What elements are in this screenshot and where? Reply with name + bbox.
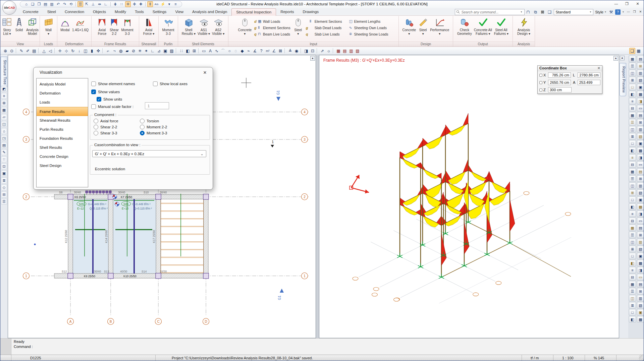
pen-icon[interactable]: ✐ xyxy=(25,48,31,54)
report-hatch-icon[interactable]: ▧ xyxy=(637,246,644,252)
combination-1-4g-1-6q-button[interactable]: 1.4G+1.6Q xyxy=(71,17,89,32)
report-cols-icon[interactable]: ▥ xyxy=(637,70,644,76)
tab-tools[interactable]: Tools xyxy=(130,8,148,16)
redo-icon[interactable]: ↷ xyxy=(62,1,67,7)
close-button[interactable]: ✕ xyxy=(633,1,642,7)
report-grid-icon[interactable]: ▦ xyxy=(629,168,636,175)
as2-visible-button[interactable]: AS2Visible ▾ xyxy=(211,17,225,36)
qat-dropdown-icon[interactable]: ▾ xyxy=(166,1,172,7)
report-hatch-icon[interactable]: ▧ xyxy=(637,133,644,139)
layer-send-icon[interactable]: ⧉ xyxy=(533,9,539,15)
report-bar-icon[interactable]: ▭ xyxy=(637,218,644,224)
layers-toggle-icon[interactable]: ☰ xyxy=(77,1,83,7)
layer-minus-icon[interactable]: ⊟ xyxy=(1,191,7,197)
rotate-icon[interactable]: ↻ xyxy=(70,48,76,54)
pane-splitter[interactable] xyxy=(316,55,319,338)
region-toggle-icon[interactable]: ⊠ xyxy=(540,9,546,15)
tab-concrete[interactable]: Concrete xyxy=(18,8,43,16)
area-m2-icon[interactable]: m² xyxy=(265,48,271,54)
cube-icon[interactable]: ❑ xyxy=(547,9,553,15)
slab-icon[interactable]: ▦ xyxy=(1,107,7,113)
column-icon[interactable]: ◫ xyxy=(1,121,7,127)
scale-indicator[interactable]: 1 : 100 xyxy=(553,355,585,361)
command-search[interactable]: ▾ xyxy=(455,9,525,15)
report-right-icon[interactable]: ◨ xyxy=(637,98,644,104)
menu-icon[interactable]: ☰ xyxy=(1,198,7,204)
check-geometry-button[interactable]: CheckGeometry xyxy=(457,17,473,36)
analysis-design-button[interactable]: AnalysisDesign ▾ xyxy=(517,17,531,36)
window-grid-icon[interactable]: ⊞ xyxy=(191,48,197,54)
text-icon[interactable]: A xyxy=(207,48,213,54)
grid-snap-icon[interactable]: ⋕ xyxy=(112,1,118,7)
report-lines-icon[interactable]: ≣ xyxy=(629,77,636,83)
as1-visible-button[interactable]: AS1Visible ▾ xyxy=(197,17,211,36)
tab-steel[interactable]: Steel xyxy=(43,8,60,16)
radio-moment-2-2[interactable]: Moment 2-2 xyxy=(140,125,167,129)
search-dropdown-icon[interactable]: ▾ xyxy=(520,9,523,15)
element-sections-item[interactable]: gⅡElement Sections xyxy=(254,25,290,30)
circle-icon[interactable]: ○ xyxy=(226,48,232,54)
category-frame-results[interactable]: Frame Results xyxy=(37,107,88,116)
report-dense-icon[interactable]: ▩ xyxy=(637,91,644,97)
tab-modify[interactable]: Modify xyxy=(110,8,130,16)
report-blank-icon[interactable]: □ xyxy=(629,84,636,90)
report-blank-icon[interactable]: □ xyxy=(629,253,636,259)
tab-connection[interactable]: Connection xyxy=(60,8,89,16)
spacing-icon[interactable]: ⇹ xyxy=(97,1,102,7)
solid-fill-icon[interactable]: ◆ xyxy=(239,48,245,54)
report-list-icon[interactable]: ☰ xyxy=(629,175,636,182)
report-add-icon[interactable]: ⊞ xyxy=(637,119,644,125)
region-icon[interactable]: ▣ xyxy=(162,48,168,54)
report-half-icon[interactable]: ◧ xyxy=(629,316,636,322)
steel-design-button[interactable]: Steel▾ xyxy=(417,17,429,36)
report-bar-icon[interactable]: ▭ xyxy=(637,161,644,168)
shear-2-2-button[interactable]: Shear2-2 xyxy=(108,17,120,36)
report-add-icon[interactable]: ⊞ xyxy=(637,232,644,238)
wave-icon[interactable]: ≈ xyxy=(246,48,252,54)
concrete-input-button[interactable]: Concrete▾ xyxy=(237,17,252,36)
category-analysis-model[interactable]: Analysis Model xyxy=(37,80,88,89)
pointer-icon[interactable]: ◩ xyxy=(1,86,7,92)
sun-icon[interactable]: ☼ xyxy=(326,48,332,54)
category-loads[interactable]: Loads xyxy=(37,98,88,107)
report-cell-icon[interactable]: ▣ xyxy=(637,196,644,203)
tab-view[interactable]: View xyxy=(171,8,188,16)
report-cols-icon[interactable]: ▥ xyxy=(637,295,644,301)
layer-stack-icon[interactable]: ⛫︎ xyxy=(526,9,532,15)
report-lines-icon[interactable]: ≣ xyxy=(629,302,636,308)
spray-icon[interactable]: ▨ xyxy=(169,48,175,54)
standard-preset-dropdown[interactable]: Standard▾ xyxy=(554,9,593,15)
child-close-button[interactable]: ✕ xyxy=(638,9,643,14)
wall-button[interactable]: Wall▾ xyxy=(43,17,54,36)
steel-input-button[interactable]: Steel▾ xyxy=(292,17,304,36)
qat-customize-icon[interactable]: ≡ xyxy=(173,1,178,7)
radio-shear-3-3[interactable]: Shear 3-3 xyxy=(94,131,117,135)
report-minus-icon[interactable]: ⊟ xyxy=(629,218,636,224)
x-field[interactable]: 785.26 cm xyxy=(548,72,571,78)
display-settings-icon[interactable]: ❑ xyxy=(629,48,635,54)
report-half-icon[interactable]: ◧ xyxy=(629,147,636,154)
a-field[interactable]: 253.499 xyxy=(578,80,600,85)
strip-expand-button[interactable]: ▲ xyxy=(620,56,625,60)
stairs-icon[interactable]: ⇗ xyxy=(319,48,325,54)
stretch-icon[interactable]: ✜ xyxy=(95,48,101,54)
report-eq-icon[interactable]: ≡ xyxy=(629,154,636,161)
category-purlin-results[interactable]: Purlin Results xyxy=(37,125,88,134)
element-sections-steel-item[interactable]: ⅡElement Sections xyxy=(306,19,342,24)
coordinate-box-close-icon[interactable]: ✕ xyxy=(597,66,600,71)
checkbox-show-units[interactable]: ✓Show units xyxy=(97,97,122,102)
sheeting-own-loads-item[interactable]: ∿Sheeting Own Loads xyxy=(345,25,388,30)
report-right-icon[interactable]: ◨ xyxy=(637,154,644,161)
style-dropdown[interactable]: Style▾ xyxy=(594,10,607,14)
element-lengths-item[interactable]: ◫Element Lengths xyxy=(345,19,388,24)
beam-live-loads-item[interactable]: q⊓Beam Live Loads xyxy=(254,32,290,37)
wall-loads-item[interactable]: d▦Wall Loads xyxy=(254,19,290,24)
performance-button[interactable]: Performance▾ xyxy=(429,17,450,36)
report-cols-icon[interactable]: ▥ xyxy=(637,126,644,132)
report-half-icon[interactable]: ◧ xyxy=(629,203,636,210)
frame-cell-icon[interactable]: ⊡ xyxy=(310,48,316,54)
report-grid-icon[interactable]: ▦ xyxy=(629,281,636,287)
case-combination-dropdown[interactable]: G' + Q' + Ex + 0.3Ey + 0.3Ez ⌄ xyxy=(92,150,206,157)
report-grid-icon[interactable]: ▦ xyxy=(629,225,636,231)
3d-view[interactable]: Frame Results (M3) : G'+Q'+Ex+0.3Ey+0.3E… xyxy=(319,55,619,338)
